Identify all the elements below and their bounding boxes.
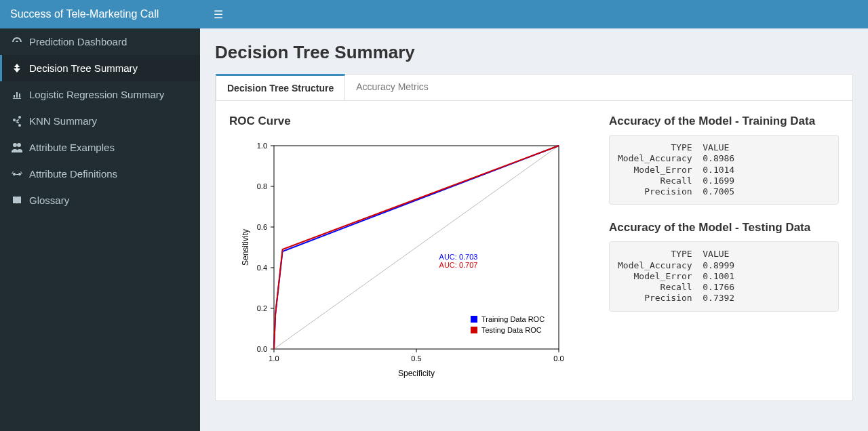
dashboard-icon [10,37,24,47]
sidebar-item-logistic-regression-summary[interactable]: Logistic Regression Summary [0,81,200,108]
glasses-icon [10,169,24,180]
training-metrics-title: Accuracy of the Model - Training Data [609,115,839,128]
svg-text:0.2: 0.2 [257,304,267,312]
tree-icon [10,63,24,74]
sidebar-item-label: KNN Summary [29,115,97,127]
sidebar-item-attribute-definitions[interactable]: Attribute Definitions [0,161,200,187]
sidebar-item-prediction-dashboard[interactable]: Prediction Dashboard [0,28,200,55]
chart-icon [10,89,24,100]
svg-rect-26 [471,327,477,333]
tab-headers: Decision Tree StructureAccuracy Metrics [216,75,852,101]
tab-container: Decision Tree StructureAccuracy Metrics … [215,74,853,401]
training-metrics-table: TYPE VALUE Model_Accuracy 0.8986 Model_E… [609,135,839,205]
svg-text:1.0: 1.0 [257,142,267,150]
topbar: ☰ [200,0,868,28]
tab-accuracy-metrics[interactable]: Accuracy Metrics [345,75,439,100]
svg-rect-24 [471,316,477,323]
page-title: Decision Tree Summary [215,42,853,63]
svg-text:0.4: 0.4 [257,264,267,272]
svg-text:Specificity: Specificity [398,369,435,378]
content-area: Decision Tree Summary Decision Tree Stru… [200,28,868,431]
sidebar-item-label: Glossary [29,194,69,206]
svg-text:AUC: 0.707: AUC: 0.707 [439,261,478,269]
roc-chart: 1.00.50.00.00.20.40.60.81.0SpecificitySe… [229,135,595,387]
svg-text:AUC: 0.703: AUC: 0.703 [439,253,478,261]
svg-text:0.6: 0.6 [257,223,267,231]
svg-text:0.5: 0.5 [411,354,421,363]
tab-decision-tree-structure[interactable]: Decision Tree Structure [216,74,345,100]
sidebar: Success of Tele-Marketing Call Predictio… [0,0,200,431]
hamburger-icon[interactable]: ☰ [208,5,229,24]
svg-text:0.8: 0.8 [257,182,267,190]
sidebar-item-label: Attribute Definitions [29,168,117,180]
svg-text:Sensitivity: Sensitivity [241,229,250,266]
sidebar-item-knn-summary[interactable]: KNN Summary [0,108,200,134]
svg-text:0.0: 0.0 [257,345,267,353]
svg-text:1.0: 1.0 [269,354,279,363]
sidebar-item-decision-tree-summary[interactable]: Decision Tree Summary [0,55,200,81]
share-icon [10,116,24,127]
svg-text:0.0: 0.0 [553,354,564,363]
sidebar-item-glossary[interactable]: Glossary [0,187,200,213]
roc-curve-title: ROC Curve [229,115,595,128]
sidebar-item-label: Logistic Regression Summary [29,89,164,100]
sidebar-item-label: Decision Tree Summary [29,62,138,74]
users-icon [10,142,24,153]
app-title: Success of Tele-Marketing Call [0,0,200,28]
svg-text:Training Data ROC: Training Data ROC [481,315,545,323]
sidebar-nav: Prediction DashboardDecision Tree Summar… [0,28,200,213]
sidebar-item-label: Attribute Examples [29,142,115,153]
svg-text:Testing Data ROC: Testing Data ROC [481,326,542,334]
book-icon [10,195,24,206]
sidebar-item-attribute-examples[interactable]: Attribute Examples [0,134,200,161]
testing-metrics-title: Accuracy of the Model - Testing Data [609,221,839,234]
testing-metrics-table: TYPE VALUE Model_Accuracy 0.8999 Model_E… [609,241,839,311]
sidebar-item-label: Prediction Dashboard [29,36,127,47]
